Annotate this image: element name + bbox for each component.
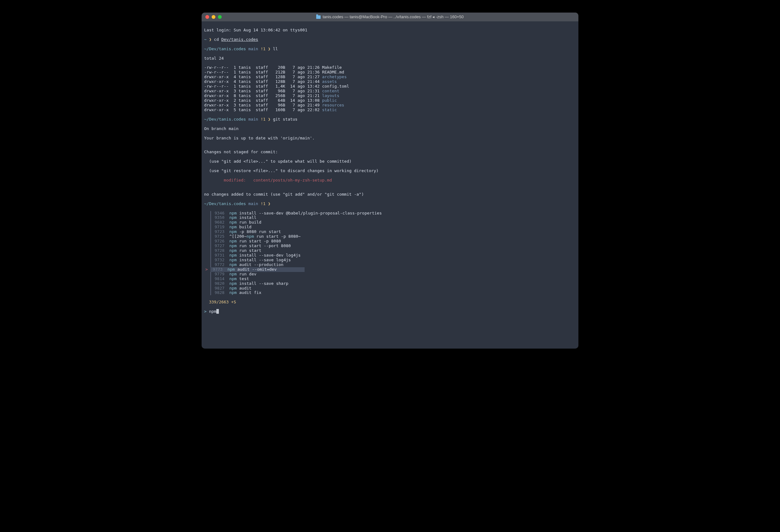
git-mod-file: content/posts/oh-my-zsh-setup.md [253,178,332,183]
fzf-row[interactable]: 9728 npm run start [204,248,576,253]
git-l2: Your branch is up to date with 'origin/m… [204,136,576,141]
p3-cmd: git status [273,117,297,122]
ls-row: drwxr-xr-x 4 tanis staff 128B 7 ago 21:2… [204,75,576,80]
fzf-row[interactable]: 9814 npm test [204,277,576,281]
prompt-line-1: ~ ❯ cd Dev/tanis.codes [204,37,576,42]
titlebar: tanis.codes — tanis@MacBook-Pro — ../v/t… [202,12,578,21]
ls-listing: -rw-r--r-- 1 tanis staff 20B 7 ago 21:26… [204,65,576,112]
fzf-row[interactable]: 9719 npm build [204,225,576,230]
ls-row: -rw-r--r-- 1 tanis staff 212B 7 ago 21:3… [204,70,576,75]
ls-row: drwxr-xr-x 2 tanis staff 64B 14 ago 13:0… [204,98,576,103]
fzf-row[interactable]: 9772 npm audit --production [204,262,576,267]
p2-cmd: ll [273,46,278,51]
cmd-cd-arg: Dev/tanis.codes [222,37,258,42]
p2-branch: main [248,46,258,51]
folder-icon [316,15,321,19]
fzf-row[interactable]: 9827 npm audit [204,286,576,291]
fzf-row[interactable]: 9346 npm install --save-dev @babel/plugi… [204,211,576,216]
minimize-icon[interactable] [212,15,215,19]
ls-row: drwxr-xr-x 8 tanis staff 256B 7 ago 21:2… [204,94,576,98]
p2-flag: !1 [261,46,266,51]
git-l1: On branch main [204,127,576,131]
ls-row: drwxr-xr-x 3 tanis staff 96B 7 ago 21:31… [204,89,576,94]
git-l9: no changes added to commit (use "git add… [204,192,576,197]
fzf-query: npm [209,309,216,314]
git-l4: Changes not staged for commit: [204,150,576,154]
fzf-row[interactable]: 9727 npm run start --port 8080 [204,244,576,248]
window-title: tanis.codes — tanis@MacBook-Pro — ../v/t… [202,15,578,19]
p2-chevron: ❯ [268,46,271,51]
last-login: Last login: Sun Aug 14 13:06:42 on ttys0… [204,28,576,33]
git-l6: (use "git restore <file>..." to discard … [204,168,576,173]
close-icon[interactable] [205,15,209,19]
terminal-body[interactable]: Last login: Sun Aug 14 13:06:42 on ttys0… [202,21,578,349]
fzf-counter: 339/2663 +S [204,300,576,305]
p2-path: ~/Dev/ [204,46,219,51]
fzf-row[interactable]: 9732 npm install --save log4js [204,258,576,262]
p2-repo: tanis.codes [219,46,246,51]
fzf-row[interactable]: 9820 npm install --save sharp [204,281,576,286]
cursor-icon [216,309,219,314]
fzf-row[interactable]: 9779 npm run dev [204,272,576,277]
fzf-results[interactable]: 9346 npm install --save-dev @babel/plugi… [204,211,576,295]
fzf-row[interactable]: > 9773 npm audit --omit=dev [204,267,576,272]
git-mod-label: modified: [204,178,253,183]
prompt-chevron: ❯ [209,37,212,42]
fzf-row[interactable]: 9350 npm install [204,215,576,220]
git-l5: (use "git add <file>..." to update what … [204,159,576,164]
fzf-row[interactable]: 9682 npm run build [204,220,576,225]
traffic-lights [205,15,222,19]
prompt-line-2: ~/Dev/tanis.codes main !1 ❯ ll [204,47,576,51]
fzf-row[interactable]: 9731 npm install --save-dev log4js [204,253,576,258]
fzf-prompt[interactable]: > npm [204,309,576,314]
fzf-row[interactable]: 9723 npm -p 8080 run start [204,230,576,234]
terminal-window: tanis.codes — tanis@MacBook-Pro — ../v/t… [202,12,578,349]
prompt-line-3: ~/Dev/tanis.codes main !1 ❯ git status [204,117,576,122]
ls-row: -rw-r--r-- 1 tanis staff 20B 7 ago 21:26… [204,65,576,70]
fzf-row[interactable]: 9725 ^[[200~npm run start -p 8080~ [204,234,576,239]
ls-total: total 24 [204,56,576,61]
git-modified: modified: content/posts/oh-my-zsh-setup.… [204,178,576,183]
zoom-icon[interactable] [218,15,222,19]
fzf-prompt-marker: > [204,309,209,314]
title-text: tanis.codes — tanis@MacBook-Pro — ../v/t… [323,15,464,19]
ls-row: drwxr-xr-x 5 tanis staff 160B 7 ago 22:0… [204,108,576,112]
fzf-row[interactable]: 9828 npm audit fix [204,290,576,295]
ls-row: -rw-r--r-- 1 tanis staff 1,4K 14 ago 13:… [204,84,576,89]
ls-row: drwxr-xr-x 3 tanis staff 96B 7 ago 21:49… [204,103,576,108]
fzf-row[interactable]: 9726 npm run start -p 8080 [204,239,576,244]
prompt-tilde: ~ [204,37,207,42]
ls-row: drwxr-xr-x 4 tanis staff 128B 7 ago 21:4… [204,80,576,84]
prompt-line-4: ~/Dev/tanis.codes main !1 ❯ [204,202,576,206]
cmd-cd: cd [214,37,221,42]
